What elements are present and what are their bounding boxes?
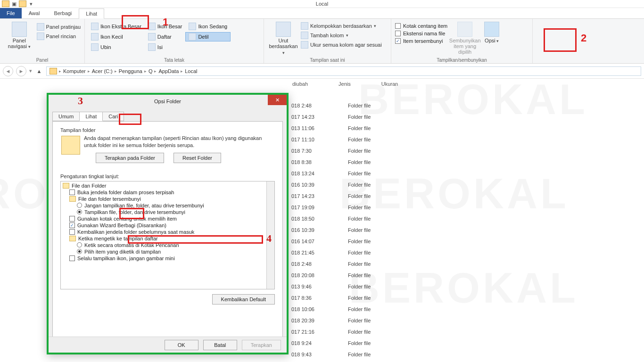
col-size[interactable]: Ukuran bbox=[381, 81, 398, 87]
col-type[interactable]: Jenis bbox=[339, 81, 351, 87]
addcol-icon bbox=[301, 32, 308, 39]
list-item[interactable]: 018 2:48Folder file bbox=[291, 258, 395, 270]
btn-apply-to-folders[interactable]: Terapkan pada Folder bbox=[96, 153, 164, 163]
row-date: 018 9:24 bbox=[291, 340, 324, 346]
tab-file[interactable]: File bbox=[0, 8, 22, 18]
list-item[interactable]: 017 8:36Folder file bbox=[291, 292, 395, 304]
view-tiles[interactable]: Ubin bbox=[88, 42, 145, 52]
breadcrumb[interactable]: ▸ Komputer▸ Acer (C:)▸ Pengguna▸ Q▸ AppD… bbox=[46, 66, 641, 76]
btn-cancel[interactable]: Batal bbox=[203, 340, 237, 350]
btn-sort-by[interactable]: Urut berdasarkan bbox=[267, 21, 300, 57]
nav-history-dropdown-icon[interactable]: ▾ bbox=[29, 68, 32, 74]
crumb-4[interactable]: AppData bbox=[158, 68, 179, 74]
list-item[interactable]: 018 18:50Folder file bbox=[291, 213, 395, 224]
chk-file-ext[interactable]: Ekstensi nama file bbox=[394, 30, 448, 37]
list-item[interactable]: 017 14:23Folder file bbox=[291, 190, 395, 202]
view-details[interactable]: Detil bbox=[185, 32, 231, 41]
opt-select-typed[interactable]: Pilih item yang diketik di tampilan bbox=[61, 248, 274, 255]
btn-size-columns[interactable]: Ukur semua kolom agar sesuai bbox=[300, 41, 383, 49]
list-item[interactable]: 016 10:39Folder file bbox=[291, 179, 395, 190]
list-item[interactable]: 018 20:39Folder file bbox=[291, 315, 395, 326]
chk-item-checkboxes[interactable]: Kotak centang item bbox=[394, 23, 448, 29]
tab-awal[interactable]: Awal bbox=[22, 8, 47, 18]
dlg-tab-cari[interactable]: Cari bbox=[102, 112, 124, 121]
opt-use-checkboxes[interactable]: Gunakan kotak centang untuk memilih item bbox=[61, 215, 274, 222]
radio-selected-icon bbox=[77, 249, 82, 254]
row-type: Folder file bbox=[348, 216, 395, 222]
list-item[interactable]: 017 21:16Folder file bbox=[291, 326, 395, 337]
btn-restore-defaults[interactable]: Kembalikan Default bbox=[212, 294, 275, 304]
checkbox-checked-icon: ✓ bbox=[395, 38, 401, 44]
opt-use-sharing-wizard[interactable]: ✓Gunakan Wizard Berbagi (Disarankan) bbox=[61, 222, 274, 229]
qat-props-icon[interactable]: ▣ bbox=[10, 0, 18, 8]
crumb-3[interactable]: Q bbox=[149, 68, 153, 74]
crumb-5[interactable]: Local bbox=[185, 68, 197, 74]
row-type: Folder file bbox=[348, 261, 395, 267]
folder-glyph-icon bbox=[61, 136, 80, 155]
list-item[interactable]: 018 9:43Folder file bbox=[291, 360, 395, 362]
btn-details-pane[interactable]: Panel rincian bbox=[36, 32, 82, 41]
crumb-2[interactable]: Pengguna bbox=[119, 68, 142, 74]
tree-root: File dan Folder bbox=[61, 182, 274, 189]
opt-restore-previous[interactable]: Kembalikan jendela folder sebelumnya saa… bbox=[61, 229, 274, 235]
callout-3-number: 3 bbox=[78, 95, 83, 107]
nav-up-button[interactable]: ▲ bbox=[35, 67, 43, 75]
qat-dropdown-icon[interactable]: ▾ bbox=[27, 0, 35, 8]
list-item[interactable]: 018 7:30Folder file bbox=[291, 145, 395, 156]
checkbox-empty-icon bbox=[69, 255, 75, 261]
list-item[interactable]: 018 8:38Folder file bbox=[291, 156, 395, 168]
crumb-0[interactable]: Komputer bbox=[63, 68, 86, 74]
row-type: Folder file bbox=[348, 340, 395, 346]
chk-hidden-items[interactable]: ✓Item tersembunyi bbox=[394, 38, 448, 44]
list-item[interactable]: 017 19:09Folder file bbox=[291, 202, 395, 213]
list-item[interactable]: 017 14:23Folder file bbox=[291, 111, 395, 123]
dialog-close-button[interactable]: ✕ bbox=[268, 95, 287, 105]
dlg-tab-umum[interactable]: Umum bbox=[52, 112, 80, 121]
dlg-tab-lihat[interactable]: Lihat bbox=[79, 112, 103, 121]
view-xl-icons[interactable]: Ikon Ekstra Besar bbox=[88, 22, 145, 31]
list-item[interactable]: 016 14:07Folder file bbox=[291, 236, 395, 247]
btn-nav-pane[interactable]: Panel navigasi bbox=[3, 21, 36, 57]
opt-always-icons[interactable]: Selalu tampilkan ikon, jangan gambar min… bbox=[61, 255, 274, 262]
list-item[interactable]: 016 10:39Folder file bbox=[291, 224, 395, 236]
qat-new-icon[interactable] bbox=[19, 0, 26, 8]
nav-forward-button[interactable]: ► bbox=[16, 66, 26, 76]
list-item[interactable]: 013 9:46Folder file bbox=[291, 281, 395, 292]
list-item[interactable]: 018 9:24Folder file bbox=[291, 337, 395, 349]
list-item[interactable]: 013 11:06Folder file bbox=[291, 123, 395, 134]
radio-empty-icon bbox=[77, 242, 82, 247]
btn-add-columns[interactable]: Tambah kolom bbox=[300, 31, 383, 40]
btn-group-by[interactable]: Kelompokkan berdasarkan bbox=[300, 22, 383, 30]
view-medium-icons[interactable]: Ikon Sedang bbox=[185, 22, 231, 31]
view-small-icons[interactable]: Ikon Kecil bbox=[88, 32, 145, 41]
row-type: Folder file bbox=[348, 284, 395, 289]
list-item[interactable]: 018 21:45Folder file bbox=[291, 247, 395, 258]
list-item[interactable]: 018 13:24Folder file bbox=[291, 168, 395, 179]
list-item[interactable]: 018 2:48Folder file bbox=[291, 100, 395, 111]
list-item[interactable]: 018 20:08Folder file bbox=[291, 270, 395, 281]
tab-lihat[interactable]: Lihat bbox=[79, 8, 104, 19]
hide-selected-label: Sembunyikan item yang dipilih bbox=[449, 38, 481, 55]
opt-open-separate-process[interactable]: Buka jendela folder dalam proses terpisa… bbox=[61, 189, 274, 196]
opt-type-search-box[interactable]: Ketik secara otomatis di Kotak Pencarian bbox=[61, 242, 274, 248]
tab-berbagi[interactable]: Berbagi bbox=[47, 8, 79, 18]
advanced-settings-list[interactable]: File dan Folder Buka jendela folder dala… bbox=[60, 181, 275, 289]
view-list[interactable]: Daftar bbox=[145, 32, 186, 41]
btn-preview-pane[interactable]: Panel pratinjau bbox=[36, 23, 82, 31]
opt-dont-show-hidden[interactable]: Jangan tampilkan file, folder, atau driv… bbox=[61, 202, 274, 209]
col-date[interactable]: diubah bbox=[292, 81, 308, 87]
ribbon: Panel navigasi Panel pratinjau Panel rin… bbox=[0, 19, 644, 64]
btn-reset-folders[interactable]: Reset Folder bbox=[173, 153, 221, 163]
list-item[interactable]: 017 11:10Folder file bbox=[291, 134, 395, 145]
crumb-1[interactable]: Acer (C:) bbox=[92, 68, 113, 74]
list-item[interactable]: 018 9:43Folder file bbox=[291, 349, 395, 360]
view-content[interactable]: Isi bbox=[145, 42, 186, 52]
btn-ok[interactable]: OK bbox=[165, 340, 198, 350]
large-icons-label: Ikon Besar bbox=[157, 24, 182, 29]
list-item[interactable]: 018 10:06Folder file bbox=[291, 304, 395, 315]
opt-show-hidden[interactable]: Tampilkan file, folder, dan drive tersem… bbox=[61, 209, 274, 215]
btn-options[interactable]: Opsi bbox=[481, 21, 502, 57]
checkbox-empty-icon bbox=[69, 189, 75, 195]
nav-back-button[interactable]: ◄ bbox=[3, 66, 13, 76]
chevron-right-icon: ▸ bbox=[59, 69, 61, 74]
